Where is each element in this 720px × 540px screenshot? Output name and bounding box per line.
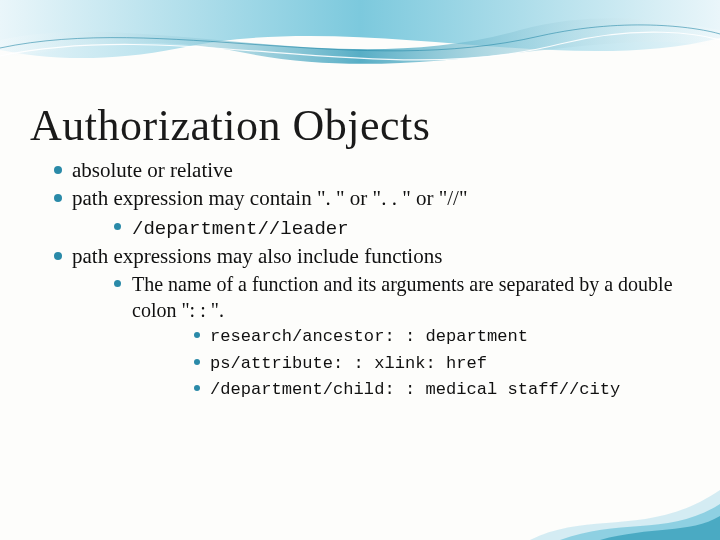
list-item: ps/attribute: : xlink: href [132, 350, 690, 375]
bullet-text: path expression may contain ". " or ". .… [72, 186, 468, 210]
slide-content: Authorization Objects absolute or relati… [0, 0, 720, 401]
code-text: /department//leader [132, 218, 349, 240]
list-item: The name of a function and its arguments… [72, 271, 690, 400]
bullet-text: The name of a function and its arguments… [132, 273, 673, 321]
list-item: path expression may contain ". " or ". .… [30, 185, 690, 241]
decorative-wave-corner [530, 470, 720, 540]
code-text: research/ancestor: : department [210, 327, 528, 346]
code-text: /department/child: : medical staff//city [210, 380, 620, 399]
bullet-list: absolute or relative path expression may… [30, 157, 690, 401]
bullet-text: path expressions may also include functi… [72, 244, 442, 268]
slide-title: Authorization Objects [30, 100, 690, 151]
list-item: research/ancestor: : department [132, 323, 690, 348]
list-item: path expressions may also include functi… [30, 243, 690, 400]
list-item: /department/child: : medical staff//city [132, 376, 690, 401]
list-item: /department//leader [72, 214, 690, 242]
list-item: absolute or relative [30, 157, 690, 183]
bullet-text: absolute or relative [72, 158, 233, 182]
code-text: ps/attribute: : xlink: href [210, 354, 487, 373]
